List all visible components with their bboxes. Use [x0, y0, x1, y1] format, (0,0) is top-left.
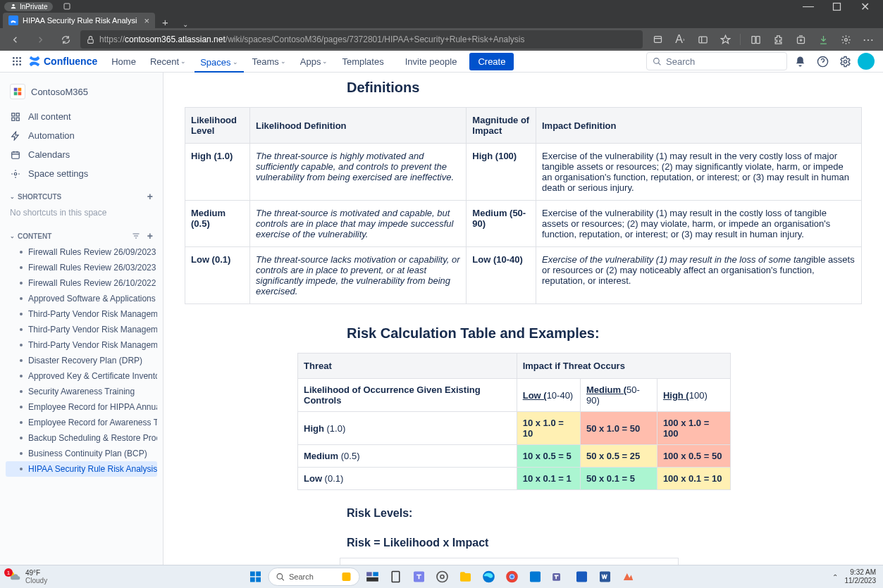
page-content: Definitions Likelihood LevelLikelihood D… — [163, 73, 883, 565]
split-screen-icon[interactable] — [745, 30, 766, 49]
content-section[interactable]: ⌄CONTENT + — [6, 223, 157, 244]
add-shortcut-button[interactable]: + — [147, 191, 153, 202]
nav-templates[interactable]: Templates — [336, 53, 389, 70]
tab-menu-button[interactable]: ⌄ — [175, 20, 195, 28]
clock[interactable]: 9:32 AM11/2/2023 — [845, 568, 877, 585]
svg-rect-39 — [366, 572, 372, 576]
task-app-icon[interactable] — [431, 566, 452, 587]
file-explorer-icon[interactable] — [455, 566, 476, 587]
task-app-icon[interactable] — [385, 566, 406, 587]
space-header[interactable]: ContosoM365 — [6, 81, 157, 102]
risk-formula: Risk = Likelihood x Impact — [347, 537, 862, 549]
tree-item[interactable]: Third-Party Vendor Risk Management - 27/… — [6, 337, 157, 353]
downloads-icon[interactable] — [813, 30, 834, 49]
tree-item[interactable]: Employee Record for HIPPA Annual Trainin… — [6, 399, 157, 415]
definitions-table: Likelihood LevelLikelihood DefinitionMag… — [185, 107, 862, 304]
tree-item[interactable]: HIPAA Security Rule Risk Analysis — [6, 461, 157, 477]
nav-recent[interactable]: Recent⌄ — [144, 53, 192, 70]
teams-icon[interactable] — [548, 566, 569, 587]
svg-point-31 — [14, 173, 17, 175]
chrome-icon[interactable] — [501, 566, 522, 587]
tree-item[interactable]: Third-Party Vendor Risk Management - 27/… — [6, 322, 157, 337]
svg-point-16 — [13, 63, 15, 65]
browser-settings-icon[interactable] — [835, 30, 856, 49]
browser-tab[interactable]: HIPAA Security Rule Risk Analysi × — [3, 13, 155, 28]
svg-rect-35 — [250, 577, 255, 582]
svg-point-45 — [437, 572, 447, 582]
tree-item[interactable]: Firewall Rules Review 26/09/2023 — [6, 244, 157, 260]
risk-calc-table: ThreatImpact if Threat Occurs Likelihood… — [297, 353, 731, 490]
notifications-icon[interactable] — [790, 51, 810, 71]
create-button[interactable]: Create — [469, 53, 514, 70]
sidebar-automation[interactable]: Automation — [6, 127, 157, 144]
tree-item[interactable]: Approved Key & Certificate Inventory — [6, 368, 157, 384]
tab-actions-icon[interactable] — [57, 2, 77, 11]
refresh-button[interactable] — [55, 30, 76, 49]
word-icon[interactable] — [594, 566, 615, 587]
task-app-icon[interactable] — [571, 566, 592, 587]
read-aloud-icon[interactable]: A› — [669, 30, 691, 49]
tree-item[interactable]: Firewall Rules Review 26/03/2023 — [6, 260, 157, 275]
start-button[interactable] — [245, 566, 266, 587]
svg-point-12 — [19, 57, 21, 59]
tree-item[interactable]: Backup Scheduling & Restore Procedure — [6, 430, 157, 446]
shortcuts-empty: No shortcuts in this space — [6, 205, 157, 223]
confluence-icon — [28, 55, 41, 68]
enter-immersive-icon[interactable] — [692, 30, 713, 49]
add-content-button[interactable]: + — [147, 230, 153, 242]
avatar[interactable] — [858, 53, 875, 70]
tree-item[interactable]: Business Continuity Plan (BCP) — [6, 446, 157, 461]
task-app-icon[interactable] — [617, 566, 638, 587]
invite-people-button[interactable]: Invite people — [398, 53, 464, 70]
app-switcher-icon[interactable] — [8, 53, 25, 70]
tree-item[interactable]: Employee Record for Awareness Training — [6, 415, 157, 430]
edge-icon[interactable] — [478, 566, 499, 587]
svg-point-0 — [12, 4, 14, 6]
nav-home[interactable]: Home — [106, 53, 142, 70]
svg-rect-42 — [392, 572, 400, 582]
tree-item[interactable]: Approved Software & Applications List — [6, 291, 157, 306]
tree-item[interactable]: Firewall Rules Review 26/10/2022 — [6, 275, 157, 291]
tree-item[interactable]: Security Awareness Training — [6, 384, 157, 399]
weather-widget[interactable]: 1 49°FCloudy — [7, 569, 47, 584]
help-icon[interactable] — [813, 51, 832, 71]
nav-teams[interactable]: Teams⌄ — [247, 53, 292, 70]
confluence-logo[interactable]: Confluence — [28, 55, 97, 68]
svg-rect-1 — [64, 4, 70, 9]
browser-menu-icon[interactable]: ⋯ — [858, 30, 879, 49]
sidebar-calendars[interactable]: Calendars — [6, 146, 157, 163]
settings-icon[interactable] — [835, 51, 855, 71]
forward-button — [30, 30, 51, 49]
svg-rect-4 — [654, 36, 661, 42]
task-app-icon[interactable] — [362, 566, 383, 587]
task-app-icon[interactable] — [408, 566, 429, 587]
search-icon — [653, 57, 662, 66]
content-filter-icon[interactable] — [132, 232, 140, 240]
tab-close-button[interactable]: × — [144, 15, 149, 26]
svg-rect-24 — [14, 92, 18, 96]
taskbar-search[interactable]: Search — [268, 568, 359, 586]
app-available-icon[interactable] — [647, 30, 668, 49]
nav-spaces[interactable]: Spaces⌄ — [194, 51, 243, 73]
search-input[interactable]: Search — [646, 52, 787, 70]
tree-item[interactable]: Disaster Recovery Plan (DRP) — [6, 353, 157, 368]
sidebar-all-content[interactable]: All content — [6, 108, 157, 125]
svg-rect-36 — [256, 577, 261, 582]
nav-apps[interactable]: Apps⌄ — [295, 53, 334, 70]
svg-point-19 — [654, 58, 660, 63]
shortcuts-section[interactable]: ⌄SHORTCUTS + — [6, 184, 157, 205]
url-input[interactable]: https://contosom365.atlassian.net/wiki/s… — [80, 30, 643, 49]
sidebar-space-settings[interactable]: Space settings — [6, 165, 157, 182]
svg-rect-22 — [14, 88, 18, 92]
url-bar: https://contosom365.atlassian.net/wiki/s… — [0, 28, 883, 51]
new-tab-button[interactable]: + — [155, 16, 175, 28]
extensions-icon[interactable] — [767, 30, 789, 49]
tree-item[interactable]: Third-Party Vendor Risk Management - 27/… — [6, 306, 157, 322]
favorite-icon[interactable] — [715, 30, 736, 49]
task-app-icon[interactable] — [524, 566, 545, 587]
collections-icon[interactable] — [790, 30, 811, 49]
tray-chevron-icon[interactable]: ⌃ — [832, 573, 838, 581]
back-button[interactable] — [4, 30, 25, 49]
svg-point-11 — [16, 57, 18, 59]
svg-rect-27 — [16, 113, 19, 115]
